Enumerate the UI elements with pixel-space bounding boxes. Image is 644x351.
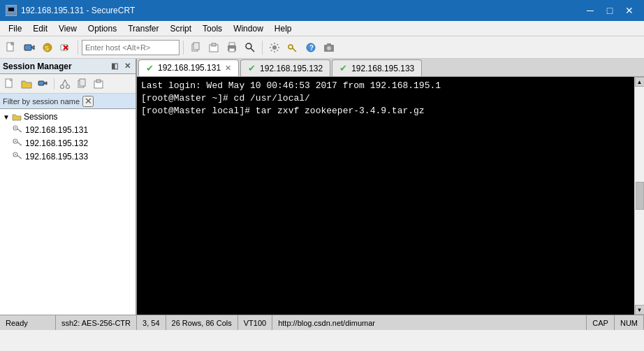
toolbar-key-btn[interactable] xyxy=(284,39,301,56)
tab-label-132: 192.168.195.132 xyxy=(260,64,323,73)
tab-check-icon-132: ✔ xyxy=(248,63,256,73)
window-controls: ─ □ ✕ xyxy=(581,3,638,17)
title-bar: 192.168.195.131 - SecureCRT ─ □ ✕ xyxy=(0,0,644,21)
menu-options[interactable]: Options xyxy=(82,22,122,35)
right-panel: ✔ 192.168.195.131 ✕ ✔ 192.168.195.132 ✔ … xyxy=(137,59,644,315)
svg-text:?: ? xyxy=(309,44,314,52)
toolbar-copy-btn[interactable] xyxy=(187,39,204,56)
terminal-output[interactable]: Last login: Wed May 10 00:46:53 2017 fro… xyxy=(137,77,634,315)
session-label-132: 192.168.195.132 xyxy=(25,138,88,148)
tab-check-icon-133: ✔ xyxy=(339,63,347,73)
session-new-btn[interactable] xyxy=(2,76,17,92)
app-icon xyxy=(6,5,17,16)
session-key-icon-132 xyxy=(13,138,22,148)
session-label-133: 192.168.195.133 xyxy=(25,152,88,162)
folder-expand-icon: ▼ xyxy=(3,113,10,121)
session-children: 192.168.195.131 192.168.195.132 192.168.… xyxy=(0,123,136,163)
scrollbar-thumb[interactable] xyxy=(636,182,644,210)
filter-clear-btn[interactable]: ✕ xyxy=(82,96,94,107)
status-num: NUM xyxy=(615,315,644,330)
svg-line-37 xyxy=(65,80,68,85)
menu-transfer[interactable]: Transfer xyxy=(122,22,164,35)
status-encryption-text: ssh2: AES-256-CTR xyxy=(61,319,131,327)
tab-close-131[interactable]: ✕ xyxy=(225,64,231,73)
toolbar-settings-btn[interactable] xyxy=(266,39,283,56)
session-key-icon-131 xyxy=(13,124,22,135)
session-key-icon-133 xyxy=(13,151,22,162)
tab-133[interactable]: ✔ 192.168.195.133 xyxy=(332,59,422,76)
terminal-scrollbar: ▲ ▼ xyxy=(634,77,644,315)
svg-marker-33 xyxy=(44,82,47,85)
toolbar-paste-btn[interactable] xyxy=(205,39,222,56)
toolbar-btn3[interactable]: S xyxy=(39,39,56,56)
session-panel-header: Session Manager ◧ ✕ xyxy=(0,59,136,74)
status-position-text: 3, 54 xyxy=(142,319,159,327)
panel-close-icon[interactable]: ✕ xyxy=(122,61,133,72)
tab-132[interactable]: ✔ 192.168.195.132 xyxy=(240,59,330,76)
sessions-folder[interactable]: ▼ Sessions xyxy=(0,110,136,123)
status-dimensions: 26 Rows, 86 Cols xyxy=(166,315,238,330)
session-connect-btn[interactable] xyxy=(36,76,51,92)
session-item-133[interactable]: 192.168.195.133 xyxy=(8,150,136,163)
status-bar: Ready ssh2: AES-256-CTR 3, 54 26 Rows, 8… xyxy=(0,315,644,330)
status-num-text: NUM xyxy=(620,319,638,327)
main-layout: Session Manager ◧ ✕ xyxy=(0,59,644,315)
svg-rect-16 xyxy=(212,43,216,46)
tab-131[interactable]: ✔ 192.168.195.131 ✕ xyxy=(138,59,239,76)
session-copy-btn[interactable] xyxy=(74,76,89,92)
svg-rect-2 xyxy=(9,13,13,14)
terminal-area: Last login: Wed May 10 00:46:53 2017 fro… xyxy=(137,77,644,315)
svg-line-21 xyxy=(251,48,254,52)
session-item-132[interactable]: 192.168.195.132 xyxy=(8,136,136,150)
scroll-up-btn[interactable]: ▲ xyxy=(635,77,645,87)
menu-view[interactable]: View xyxy=(53,22,82,35)
session-toolbar xyxy=(0,74,136,94)
svg-rect-3 xyxy=(8,14,15,15)
toolbar-connect-btn[interactable] xyxy=(21,39,38,56)
svg-point-28 xyxy=(327,46,331,50)
close-button[interactable]: ✕ xyxy=(620,3,638,17)
host-input[interactable] xyxy=(82,40,180,55)
svg-point-34 xyxy=(61,85,64,88)
svg-rect-39 xyxy=(80,79,85,86)
svg-rect-32 xyxy=(38,81,44,85)
menu-tools[interactable]: Tools xyxy=(197,22,228,35)
session-folder-btn[interactable] xyxy=(19,76,34,92)
toolbar-new-btn[interactable] xyxy=(3,39,20,56)
toolbar-print-btn[interactable] xyxy=(224,39,240,56)
session-item-131[interactable]: 192.168.195.131 xyxy=(8,123,136,136)
session-cut-btn[interactable] xyxy=(57,76,73,92)
menu-help[interactable]: Help xyxy=(269,22,298,35)
maximize-button[interactable]: □ xyxy=(601,3,619,17)
session-paste-btn[interactable] xyxy=(91,76,106,92)
tab-label-133: 192.168.195.133 xyxy=(351,64,414,73)
scroll-down-btn[interactable]: ▼ xyxy=(635,305,645,315)
svg-rect-6 xyxy=(24,45,31,50)
menu-window[interactable]: Window xyxy=(228,22,269,35)
svg-point-43 xyxy=(15,127,16,129)
toolbar-cam-btn[interactable] xyxy=(321,39,337,56)
tab-label-131: 192.168.195.131 xyxy=(158,63,221,73)
toolbar-disconnect-btn[interactable] xyxy=(57,39,74,56)
svg-rect-18 xyxy=(229,48,235,52)
menu-bar: File Edit View Options Transfer Script T… xyxy=(0,21,644,36)
status-extra: http://blog.csdn.net/dimumar xyxy=(272,315,587,330)
session-manager-title: Session Manager xyxy=(3,62,72,71)
menu-edit[interactable]: Edit xyxy=(27,22,53,35)
status-extra-text: http://blog.csdn.net/dimumar xyxy=(278,319,375,327)
toolbar-find-btn[interactable] xyxy=(242,39,258,56)
tab-check-icon-131: ✔ xyxy=(146,63,154,73)
svg-rect-14 xyxy=(193,43,199,50)
menu-script[interactable]: Script xyxy=(164,22,197,35)
filter-label: Filter by session name xyxy=(3,97,80,106)
session-label-131: 192.168.195.131 xyxy=(25,125,88,135)
svg-marker-7 xyxy=(31,45,34,50)
minimize-button[interactable]: ─ xyxy=(581,3,599,17)
menu-file[interactable]: File xyxy=(3,22,27,35)
svg-rect-31 xyxy=(10,79,12,81)
svg-line-36 xyxy=(62,80,65,85)
panel-pin-icon[interactable]: ◧ xyxy=(109,61,120,72)
toolbar-help-btn[interactable]: ? xyxy=(302,39,319,56)
title-bar-left: 192.168.195.131 - SecureCRT xyxy=(6,5,135,16)
session-tree: ▼ Sessions 192.168.195.131 192.168.195.1… xyxy=(0,109,136,315)
